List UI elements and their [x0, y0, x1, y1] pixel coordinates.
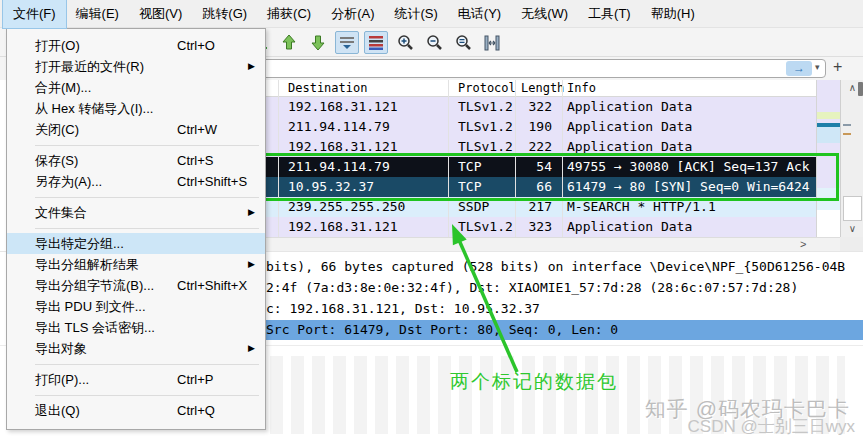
scrollbar-corner	[840, 237, 863, 251]
menu-tools[interactable]: 工具(T)	[578, 0, 641, 28]
menu-item-quit[interactable]: 退出(Q) Ctrl+Q	[7, 400, 265, 421]
cell-destination: 211.94.114.79	[288, 117, 390, 137]
menu-file[interactable]: 文件(F)	[3, 0, 66, 28]
apply-filter-button[interactable]: →	[786, 61, 812, 76]
menu-item-shortcut: Ctrl+W	[177, 119, 217, 140]
menu-separator	[7, 390, 265, 400]
menu-item-label: 合并(M)...	[35, 80, 91, 95]
resize-columns-icon[interactable]	[480, 31, 504, 54]
cell-length: 190	[505, 117, 552, 137]
menu-item-open-recent[interactable]: 打开最近的文件(R) ▶	[7, 56, 265, 77]
scroll-right-icon[interactable]: >	[800, 238, 806, 250]
menu-analyze[interactable]: 分析(A)	[321, 0, 384, 28]
cell-info: Application Data	[567, 97, 692, 117]
column-length[interactable]: Length	[521, 81, 564, 95]
column-destination[interactable]: Destination	[288, 81, 367, 95]
previous-packet-icon[interactable]	[277, 31, 301, 54]
column-info[interactable]: Info	[567, 81, 596, 95]
menu-statistics[interactable]: 统计(S)	[384, 0, 447, 28]
menu-telephony[interactable]: 电话(Y)	[448, 0, 511, 28]
menu-help[interactable]: 帮助(H)	[641, 0, 705, 28]
menu-item-shortcut: Ctrl+O	[177, 35, 215, 56]
menu-bar: 文件(F) 编辑(E) 视图(V) 跳转(G) 捕获(C) 分析(A) 统计(S…	[0, 0, 863, 28]
menu-item-export-pdu[interactable]: 导出 PDU 到文件...	[7, 296, 265, 317]
submenu-arrow-icon: ▶	[248, 56, 255, 77]
menu-item-shortcut: Ctrl+Shift+S	[177, 171, 247, 192]
menu-item-export-tls-keys[interactable]: 导出 TLS 会话密钥...	[7, 317, 265, 338]
colorize-packets-icon[interactable]	[364, 31, 388, 54]
vertical-scrollbar[interactable]: ∧ ∨	[840, 80, 863, 237]
menu-item-label: 保存(S)	[35, 153, 78, 168]
display-filter-input[interactable]	[258, 59, 826, 78]
add-filter-button[interactable]: +	[833, 58, 842, 76]
menu-item-export-packet-bytes[interactable]: 导出分组字节流(B)... Ctrl+Shift+X	[7, 275, 265, 296]
menu-item-shortcut: Ctrl+Shift+X	[177, 275, 247, 296]
detail-tcp-line-selected[interactable]: Src Port: 61479, Dst Port: 80, Seq: 0, L…	[266, 320, 863, 340]
submenu-arrow-icon: ▶	[248, 338, 255, 359]
marked-packets-highlight-box	[259, 153, 839, 201]
menu-go[interactable]: 跳转(G)	[192, 0, 257, 28]
menu-item-export-objects[interactable]: 导出对象 ▶	[7, 338, 265, 359]
detail-ip-line[interactable]: c: 192.168.31.121, Dst: 10.95.32.37	[266, 299, 863, 319]
cell-length: 322	[505, 97, 552, 117]
menu-item-save[interactable]: 保存(S) Ctrl+S	[7, 150, 265, 171]
toolbar-icons	[248, 31, 504, 54]
zoom-out-icon[interactable]	[422, 31, 446, 54]
scrollbar-thumb[interactable]	[843, 196, 862, 221]
filter-dropdown-icon[interactable]: ▾	[815, 62, 820, 72]
menu-item-import-hex[interactable]: 从 Hex 转储导入(I)...	[7, 98, 265, 119]
menu-item-label: 关闭(C)	[35, 122, 79, 137]
menu-item-export-dissections[interactable]: 导出分组解析结果 ▶	[7, 254, 265, 275]
column-protocol[interactable]: Protocol	[458, 81, 516, 95]
annotation-text: 两个标记的数据包	[450, 369, 618, 395]
cell-destination: 192.168.31.121	[288, 97, 398, 117]
menu-item-merge[interactable]: 合并(M)...	[7, 77, 265, 98]
menu-wireless[interactable]: 无线(W)	[511, 0, 578, 28]
table-row[interactable]: 192.168.31.121 TLSv1.2 322 Application D…	[266, 97, 816, 117]
menu-item-label: 导出 PDU 到文件...	[35, 299, 146, 314]
submenu-arrow-icon: ▶	[248, 254, 255, 275]
marked-packet-tick	[843, 124, 851, 126]
menu-item-label: 导出对象	[35, 341, 87, 356]
menu-item-label: 导出分组字节流(B)...	[35, 278, 154, 293]
menu-item-shortcut: Ctrl+P	[177, 369, 213, 390]
next-packet-icon[interactable]	[306, 31, 330, 54]
table-row[interactable]: 211.94.114.79 TLSv1.2 190 Application Da…	[266, 117, 816, 137]
menu-item-shortcut: Ctrl+S	[177, 150, 213, 171]
menu-item-label: 文件集合	[35, 205, 87, 220]
menu-item-label: 打开(O)	[35, 38, 80, 53]
menu-item-label: 导出分组解析结果	[35, 257, 139, 272]
cell-length: 323	[505, 217, 552, 237]
menu-item-print[interactable]: 打印(P)... Ctrl+P	[7, 369, 265, 390]
menu-view[interactable]: 视图(V)	[129, 0, 192, 28]
file-menu-panel: 打开(O) Ctrl+O 打开最近的文件(R) ▶ 合并(M)... 从 Hex…	[6, 28, 266, 430]
scroll-down-icon[interactable]: ∨	[841, 221, 863, 237]
pane-corner-icon	[858, 82, 863, 96]
detail-frame-line[interactable]: bits), 66 bytes captured (528 bits) on i…	[266, 257, 863, 277]
menu-item-label: 另存为(A)...	[35, 174, 102, 189]
menu-edit[interactable]: 编辑(E)	[66, 0, 129, 28]
menu-separator	[7, 192, 265, 202]
menu-capture[interactable]: 捕获(C)	[257, 0, 321, 28]
menu-item-label: 退出(Q)	[35, 403, 80, 418]
menu-item-label: 导出 TLS 会话密钥...	[35, 320, 155, 335]
auto-scroll-icon[interactable]	[335, 31, 359, 54]
zoom-in-icon[interactable]	[393, 31, 417, 54]
menu-item-label: 打开最近的文件(R)	[35, 59, 144, 74]
menu-item-open[interactable]: 打开(O) Ctrl+O	[7, 35, 265, 56]
table-row[interactable]: 192.168.31.121 TLSv1.2 323 Application D…	[266, 217, 816, 237]
zoom-reset-icon[interactable]	[451, 31, 475, 54]
menu-item-export-specified-packets[interactable]: 导出特定分组...	[7, 233, 265, 254]
menu-item-shortcut: Ctrl+Q	[177, 400, 215, 421]
wireshark-window: { "app": { "name": "Wireshark" }, "color…	[0, 0, 863, 438]
horizontal-scrollbar[interactable]: >	[266, 237, 840, 251]
menu-item-label: 打印(P)...	[35, 372, 89, 387]
menu-separator	[7, 140, 265, 150]
submenu-arrow-icon: ▶	[248, 202, 255, 223]
menu-item-label: 导出特定分组...	[35, 236, 124, 251]
menu-item-file-set[interactable]: 文件集合 ▶	[7, 202, 265, 223]
detail-ethernet-line[interactable]: 2:4f (7a:d3:8e:0e:32:4f), Dst: XIAOMIE1_…	[266, 278, 863, 298]
menu-item-close[interactable]: 关闭(C) Ctrl+W	[7, 119, 265, 140]
menu-item-save-as[interactable]: 另存为(A)... Ctrl+Shift+S	[7, 171, 265, 192]
csdn-watermark: CSDN @士别三日wyx	[600, 415, 855, 438]
